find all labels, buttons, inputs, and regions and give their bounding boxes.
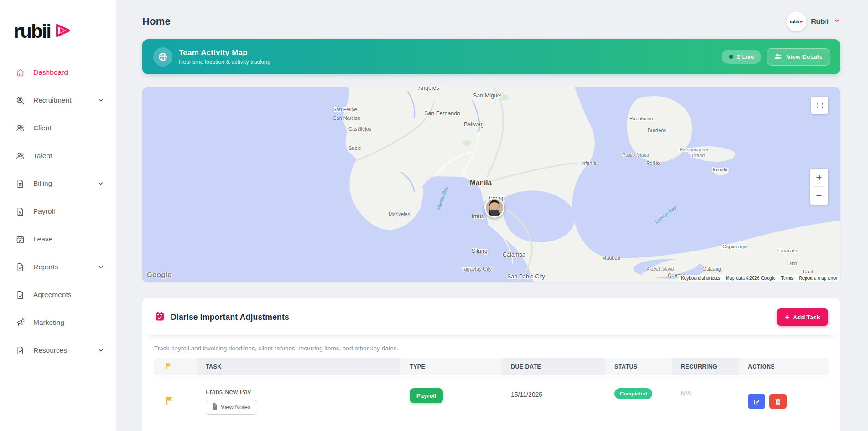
calendar-x-icon [16, 234, 26, 244]
sidebar-item-dashboard[interactable]: Dashboard [0, 66, 116, 79]
delete-button[interactable] [769, 394, 787, 409]
sidebar: rubii DashboardRecruitmentClientTalentBi… [0, 0, 116, 431]
map-label: San Fernando [424, 110, 460, 117]
megaphone-icon [16, 318, 26, 328]
map-attribution: Keyboard shortcutsMap data ©2026 GoogleT… [678, 275, 840, 282]
search-user-icon [16, 95, 26, 105]
map-label: Burdeos [648, 128, 666, 133]
fullscreen-button[interactable] [811, 97, 828, 114]
google-logo[interactable]: Google [147, 271, 172, 278]
terms-link[interactable]: Terms [778, 275, 796, 282]
add-task-button[interactable]: + Add Task [777, 308, 828, 326]
chevron-down-icon [98, 97, 104, 103]
column-flag [154, 358, 197, 375]
map-label: Island [692, 153, 705, 158]
banner-title: Team Activity Map [179, 48, 270, 57]
sidebar-item-reports[interactable]: Reports [0, 260, 116, 274]
member-marker[interactable] [484, 198, 504, 218]
sidebar-item-payroll[interactable]: Payroll [0, 205, 116, 218]
flag-icon[interactable] [165, 396, 173, 407]
column-header-actions: ACTIONS [739, 358, 829, 375]
map-label: Paracale [777, 248, 797, 253]
sidebar-item-label: Recruitment [33, 96, 98, 104]
diarise-card: Diarise Important Adjustments + Add Task… [142, 298, 840, 431]
user-menu[interactable]: rubii Rubii [786, 11, 840, 31]
map-label: Manila [470, 179, 492, 187]
task-name: Frans New Pay [206, 388, 251, 395]
map-data-text: Map data ©2026 Google [723, 275, 778, 282]
map-label: Calauag [702, 266, 721, 272]
view-details-button[interactable]: View Details [767, 48, 830, 66]
column-header-due-date: DUE DATE [502, 358, 605, 375]
file-chart-icon [16, 345, 26, 355]
type-badge: Payroll [410, 388, 443, 403]
zoom-in-button[interactable]: + [810, 169, 828, 186]
map-label: Patnanongan [680, 147, 708, 152]
map[interactable]: AngelesSan MiguelSan FelipeSan FernandoS… [142, 87, 840, 282]
sidebar-item-label: Talent [33, 152, 104, 160]
keyboard-shortcuts-link[interactable]: Keyboard shortcuts [678, 275, 723, 282]
user-name: Rubii [811, 17, 829, 26]
map-label: Tagaytay City [462, 266, 492, 272]
map-label: Mariveles [389, 211, 410, 217]
edit-button[interactable] [748, 394, 765, 409]
chevron-down-icon [98, 347, 104, 354]
app-logo[interactable]: rubii [14, 17, 116, 46]
member-avatar-photo [486, 199, 503, 216]
sidebar-item-talent[interactable]: Talent [0, 149, 116, 163]
logo-text: rubii [14, 21, 51, 42]
sidebar-item-agreements[interactable]: Agreements [0, 288, 116, 302]
app-root: rubii DashboardRecruitmentClientTalentBi… [0, 0, 868, 431]
view-notes-button[interactable]: View Notes [206, 400, 257, 415]
zoom-out-button[interactable]: − [810, 187, 828, 205]
sidebar-item-billing[interactable]: Billing [0, 177, 116, 190]
report-map-error-link[interactable]: Report a map error [796, 275, 840, 282]
globe-icon [153, 47, 172, 67]
map-label: Castillejos [348, 126, 371, 132]
map-label: Calamba [503, 251, 525, 258]
logo-play-icon [53, 21, 72, 41]
due-date: 15/11/2025 [511, 391, 542, 398]
map-label: San Felipe [333, 107, 357, 112]
page-title: Home [142, 15, 171, 27]
column-header-recurring: RECURRING [672, 358, 739, 375]
status-badge: Completed [614, 388, 652, 399]
table-header: TASKTYPEDUE DATESTATUSRECURRINGACTIONS [154, 358, 829, 375]
map-zoom-control: + − [810, 169, 828, 205]
users-icon [16, 123, 26, 133]
live-count-badge: 2 Live [722, 50, 761, 64]
sidebar-item-resources[interactable]: Resources [0, 344, 116, 357]
map-label: Alabat Island [646, 266, 674, 272]
avatar-play-icon [799, 20, 803, 24]
file-check-icon [16, 290, 26, 300]
topbar: Home rubii Rubii [142, 0, 840, 39]
section-title: Diarise Important Adjustments [171, 313, 289, 322]
sidebar-item-label: Resources [33, 346, 98, 354]
sidebar-item-label: Billing [33, 180, 98, 188]
map-label: Infanta [581, 160, 597, 166]
map-label: Capalonga [722, 244, 747, 249]
sidebar-item-marketing[interactable]: Marketing [0, 316, 116, 329]
map-label: San Miguel [473, 92, 502, 99]
map-label: Angeles [418, 87, 439, 91]
file-user-icon [16, 206, 26, 216]
column-header-type: TYPE [400, 358, 502, 375]
map-label: Baliwag [464, 121, 484, 128]
sidebar-item-label: Client [33, 124, 104, 132]
sidebar-item-leave[interactable]: Leave [0, 232, 116, 246]
map-label: Labo [786, 261, 797, 266]
sidebar-item-label: Marketing [33, 318, 104, 327]
map-label: Daet [803, 269, 813, 274]
map-label: Polillo [646, 160, 660, 166]
sidebar-nav: DashboardRecruitmentClientTalentBillingP… [0, 66, 116, 357]
avatar-logo-text: rubii [790, 19, 799, 24]
note-icon [212, 403, 218, 411]
column-header-status: STATUS [605, 358, 672, 375]
map-label: Subic [348, 145, 361, 151]
sidebar-item-label: Dashboard [33, 68, 104, 77]
sidebar-item-recruitment[interactable]: Recruitment [0, 93, 116, 107]
sidebar-item-label: Payroll [33, 207, 104, 216]
calendar-check-icon [154, 311, 165, 323]
map-label: San Pablo City [507, 273, 545, 280]
sidebar-item-client[interactable]: Client [0, 121, 116, 135]
